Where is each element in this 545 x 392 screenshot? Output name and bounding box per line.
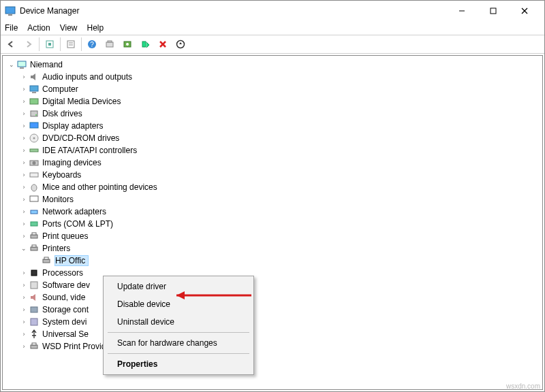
tree-node[interactable]: ›Software dev xyxy=(4,279,541,291)
tree-node[interactable]: ›Keyboards xyxy=(4,169,541,181)
tree-node[interactable]: ›Ports (COM & LPT) xyxy=(4,218,541,230)
help-button[interactable]: ? xyxy=(84,37,99,52)
caret-icon[interactable]: › xyxy=(19,122,29,129)
menu-view[interactable]: View xyxy=(60,23,78,33)
tree-node-label: Software dev xyxy=(42,280,90,290)
toolbar: ? xyxy=(1,35,544,54)
svg-text:?: ? xyxy=(90,41,94,48)
tree-node[interactable]: ⌄Printers xyxy=(4,242,541,255)
context-menu-item[interactable]: Uninstall device xyxy=(105,313,252,331)
caret-icon[interactable]: ⌄ xyxy=(19,245,29,252)
tree-node[interactable]: ›Disk drives xyxy=(4,108,541,120)
svg-rect-34 xyxy=(30,173,38,177)
update-driver-button[interactable] xyxy=(120,37,135,52)
caret-icon[interactable]: › xyxy=(19,86,29,93)
caret-icon[interactable]: › xyxy=(19,159,29,166)
caret-icon[interactable]: › xyxy=(19,282,29,289)
tree-node[interactable]: ›Processors xyxy=(4,267,541,279)
tree-node[interactable]: ›Sound, vide xyxy=(4,291,541,304)
svg-point-30 xyxy=(33,137,35,140)
tree-node-label: Mice and other pointing devices xyxy=(42,182,157,192)
tree-node[interactable]: ›Audio inputs and outputs xyxy=(4,71,541,83)
tree-node[interactable]: ›Network adapters xyxy=(4,206,541,218)
tree-node[interactable]: ›IDE ATA/ATAPI controllers xyxy=(4,144,541,157)
caret-icon[interactable]: › xyxy=(19,196,29,203)
context-menu-item[interactable]: Update driver xyxy=(105,278,252,295)
caret-icon[interactable]: › xyxy=(19,343,29,350)
tree-root-label: Niemand xyxy=(30,60,63,69)
tree-node-label: Ports (COM & LPT) xyxy=(42,219,113,229)
caret-icon[interactable]: › xyxy=(19,184,29,191)
disable-button[interactable] xyxy=(155,37,170,52)
svg-rect-8 xyxy=(67,41,74,48)
menu-file[interactable]: File xyxy=(5,23,18,33)
tree-node-label: Network adapters xyxy=(42,207,106,216)
svg-rect-46 xyxy=(31,282,37,289)
tree-node[interactable]: ›Display adapters xyxy=(4,120,541,132)
svg-rect-42 xyxy=(32,245,36,247)
menu-help[interactable]: Help xyxy=(87,23,104,33)
tree-node-label: Print queues xyxy=(42,231,88,241)
caret-icon[interactable]: › xyxy=(19,147,29,154)
uninstall-button[interactable] xyxy=(138,37,153,52)
svg-rect-25 xyxy=(30,99,38,104)
tree-node[interactable]: ›DVD/CD-ROM drives xyxy=(4,132,541,144)
tree-node[interactable]: ›Print queues xyxy=(4,230,541,242)
context-menu-item[interactable]: Scan for hardware changes xyxy=(105,334,252,352)
caret-icon[interactable]: › xyxy=(19,172,29,178)
caret-icon[interactable]: › xyxy=(19,208,29,215)
forward-button[interactable] xyxy=(21,37,36,52)
caret-icon[interactable]: › xyxy=(19,135,29,142)
tree-node[interactable]: ›System devi xyxy=(4,316,541,328)
tree-node[interactable]: ›Computer xyxy=(4,83,541,95)
tree-node-label: Processors xyxy=(42,268,83,278)
tree-node[interactable]: ›Digital Media Devices xyxy=(4,95,541,108)
tree-node[interactable]: ›Imaging devices xyxy=(4,157,541,169)
svg-rect-1 xyxy=(8,14,12,16)
context-menu-item[interactable]: Properties xyxy=(105,355,252,373)
computer-icon xyxy=(16,59,27,70)
minimize-button[interactable] xyxy=(446,1,478,21)
svg-rect-22 xyxy=(20,67,24,69)
window-title: Device Manager xyxy=(20,6,446,16)
disk-icon xyxy=(29,108,40,119)
tree-node-label: Display adapters xyxy=(42,121,103,131)
caret-icon[interactable]: › xyxy=(19,294,29,301)
caret-icon[interactable]: › xyxy=(19,220,29,227)
svg-rect-45 xyxy=(31,270,37,276)
camera-icon xyxy=(29,157,40,168)
software-icon xyxy=(29,280,40,291)
computer-icon xyxy=(29,84,40,95)
context-menu-item[interactable]: Disable device xyxy=(105,295,252,313)
show-hide-button[interactable] xyxy=(42,37,57,52)
caret-icon[interactable]: › xyxy=(19,306,29,313)
caret-icon[interactable]: › xyxy=(19,74,29,80)
scan-button[interactable] xyxy=(102,37,117,52)
tree-node[interactable]: ›Storage cont xyxy=(4,304,541,316)
tree-content[interactable]: ⌄ Niemand ›Audio inputs and outputs›Comp… xyxy=(2,55,543,390)
tree-node[interactable]: ›Universal Se xyxy=(4,328,541,340)
caret-icon[interactable]: › xyxy=(19,331,29,338)
caret-icon[interactable]: › xyxy=(19,98,29,105)
tree-node[interactable]: ›Monitors xyxy=(4,193,541,206)
caret-expanded-icon[interactable]: ⌄ xyxy=(7,61,16,68)
svg-rect-36 xyxy=(30,196,38,201)
caret-icon[interactable]: › xyxy=(19,318,29,325)
enable-button[interactable] xyxy=(173,37,188,52)
menu-action[interactable]: Action xyxy=(27,23,50,33)
back-button[interactable] xyxy=(3,37,18,52)
window-controls xyxy=(446,1,540,21)
tree-root[interactable]: ⌄ Niemand xyxy=(4,59,541,71)
properties-button[interactable] xyxy=(63,37,78,52)
caret-icon[interactable]: › xyxy=(19,110,29,117)
toolbar-separator xyxy=(39,37,40,51)
close-button[interactable] xyxy=(509,1,540,21)
tree-node[interactable]: ›Mice and other pointing devices xyxy=(4,181,541,193)
tree-node[interactable]: ›WSD Print Provider xyxy=(4,340,541,353)
tree-leaf[interactable]: HP Offic xyxy=(4,255,541,267)
svg-rect-3 xyxy=(490,8,496,14)
caret-icon[interactable]: › xyxy=(19,233,29,240)
caret-icon[interactable]: › xyxy=(19,270,29,276)
svg-point-35 xyxy=(31,184,37,191)
maximize-button[interactable] xyxy=(478,1,509,21)
